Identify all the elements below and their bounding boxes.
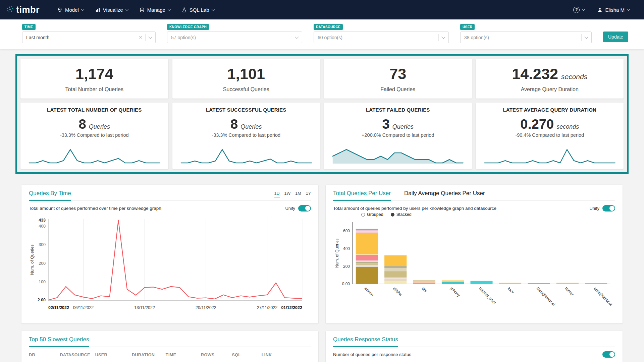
tab-daily-average-queries-per-user[interactable]: Daily Average Queries Per User (404, 190, 485, 201)
kpi-label: Successful Queries (223, 86, 269, 93)
kpi-value: 73 (389, 65, 406, 83)
filter-user-badge: USER (460, 24, 475, 30)
svg-text:13/11/2022: 13/11/2022 (134, 305, 155, 310)
unify-toggle[interactable] (602, 351, 615, 358)
filter-time-select[interactable]: Last month × (22, 32, 156, 43)
timbr-logo[interactable]: timbr (6, 5, 40, 15)
nav-model[interactable]: Model (52, 0, 90, 19)
col-time: TIME (166, 353, 201, 357)
nav-manage-label: Manage (147, 7, 165, 13)
latest-value: 0.270 (520, 117, 554, 132)
clear-icon[interactable]: × (139, 35, 142, 40)
range-tab-1d[interactable]: 1D (274, 191, 280, 197)
latest-card-title: LATEST SUCCESSFUL QUERIES (206, 107, 286, 113)
range-tab-1y[interactable]: 1Y (306, 191, 311, 197)
response-status-card: Queries Response Status Number of querie… (326, 331, 623, 362)
charts-row: Queries By Time 1D 1W 1M 1Y Total amount… (21, 185, 623, 323)
chart-subtitle: Number of queries per response status (333, 352, 411, 357)
kpi-value: 1,174 (75, 65, 113, 83)
latest-unit: Queries (240, 123, 262, 130)
nav-visualize-label: Visualize (103, 7, 123, 13)
radio-stacked[interactable]: Stacked (391, 212, 412, 217)
sparkline-chart (28, 145, 161, 166)
svg-text:200: 200 (343, 264, 350, 269)
toggle-knob (609, 352, 614, 357)
svg-text:600: 600 (343, 229, 350, 233)
kpi-unit: seconds (561, 73, 587, 81)
kpi-label: Average Query Duration (521, 86, 579, 93)
filter-datasource-select[interactable]: 60 option(s) (314, 32, 449, 43)
kpi-label: Total Number of Queries (65, 86, 123, 93)
filter-knowledge-graph-select[interactable]: 57 option(s) (167, 32, 302, 43)
svg-text:27/11/2022: 27/11/2022 (257, 305, 278, 310)
slowest-queries-title: Top 50 Slowest Queries (29, 336, 89, 347)
latest-delta: -33.3% Compared to last period (212, 132, 280, 138)
svg-text:tutorial_user: tutorial_user (478, 286, 497, 305)
visualize-icon (95, 7, 100, 12)
nav-manage[interactable]: Manage (134, 0, 176, 19)
svg-text:06/11/2022: 06/11/2022 (73, 305, 94, 310)
queries-by-time-title: Queries By Time (29, 190, 71, 201)
select-divider (438, 34, 439, 41)
nav-sql-lab[interactable]: SQL Lab (176, 0, 220, 19)
unify-control: Unify (285, 205, 311, 212)
chevron-down-icon (148, 35, 152, 39)
filter-datasource-value: 60 option(s) (318, 35, 438, 40)
filter-knowledge-graph: KNOWLEDGE GRAPH 57 option(s) (167, 24, 302, 43)
sparkline-chart (483, 145, 616, 166)
unify-toggle[interactable] (298, 205, 311, 212)
svg-text:200: 200 (39, 261, 46, 266)
kpi-total-queries: 1,174 Total Number of Queries (20, 59, 168, 99)
latest-unit: Queries (89, 123, 110, 130)
help-menu[interactable]: ? (568, 0, 590, 19)
radio-circle-icon (361, 213, 365, 217)
range-tab-1w[interactable]: 1W (284, 191, 291, 197)
bar-mode-legend: Grouped Stacked (361, 212, 615, 217)
filter-time: TIME Last month × (22, 24, 156, 43)
kpi-value: 14.232 (512, 65, 558, 83)
col-datasource: DATASOURCE (60, 353, 95, 357)
select-divider (145, 34, 146, 41)
user-name: Elisha M (605, 7, 625, 13)
latest-value: 3 (382, 117, 390, 132)
col-link: LINK (262, 353, 311, 357)
svg-text:Num. of Queries: Num. of Queries (30, 244, 35, 275)
kpi-value: 1,101 (227, 65, 265, 83)
filter-time-badge: TIME (22, 24, 36, 30)
update-button[interactable]: Update (603, 32, 628, 42)
svg-text:tomer: tomer (564, 286, 575, 297)
filter-knowledge-graph-value: 57 option(s) (171, 35, 292, 40)
svg-text:Num. of Queries: Num. of Queries (335, 238, 339, 267)
select-divider (581, 34, 582, 41)
user-menu[interactable]: Elisha M (592, 0, 635, 19)
radio-grouped[interactable]: Grouped (361, 212, 383, 217)
filter-user-select[interactable]: 38 option(s) (460, 32, 592, 43)
kpi-section: 1,174 Total Number of Queries 1,101 Succ… (15, 54, 629, 174)
bottom-row: Top 50 Slowest Queries DB DATASOURCE USE… (21, 331, 623, 362)
range-tab-1m[interactable]: 1M (295, 191, 301, 197)
unify-toggle[interactable] (602, 205, 615, 212)
svg-text:lucy: lucy (507, 286, 515, 294)
svg-text:02/11/2022: 02/11/2022 (48, 305, 69, 310)
latest-failed-queries-card: LATEST FAILED QUERIES 3 Queries +200.0% … (324, 103, 472, 169)
model-icon (57, 7, 62, 12)
help-icon: ? (573, 7, 580, 13)
latest-card-title: LATEST AVERAGE QUERY DURATION (503, 107, 596, 113)
svg-text:100: 100 (39, 280, 46, 284)
tab-total-queries-per-user[interactable]: Total Queries Per User (333, 190, 391, 201)
svg-text:0.00: 0.00 (342, 282, 350, 286)
latest-delta: -33.3% Compared to last period (60, 132, 129, 138)
latest-successful-queries-card: LATEST SUCCESSFUL QUERIES 8 Queries -33.… (172, 103, 320, 169)
filter-bar: TIME Last month × KNOWLEDGE GRAPH 57 opt… (0, 19, 644, 49)
filter-time-value: Last month (26, 35, 139, 40)
nav-model-label: Model (65, 7, 79, 13)
chart-subtitle: Total amount of queries performed by use… (333, 206, 496, 211)
latest-card-title: LATEST FAILED QUERIES (366, 107, 430, 113)
latest-total-queries-card: LATEST TOTAL NUMBER OF QUERIES 8 Queries… (20, 103, 168, 169)
chevron-down-icon (584, 35, 588, 39)
unify-control (602, 351, 615, 358)
user-icon (597, 7, 602, 12)
select-divider (292, 34, 292, 41)
latest-avg-duration-card: LATEST AVERAGE QUERY DURATION 0.270 seco… (476, 103, 624, 169)
nav-visualize[interactable]: Visualize (90, 0, 134, 19)
